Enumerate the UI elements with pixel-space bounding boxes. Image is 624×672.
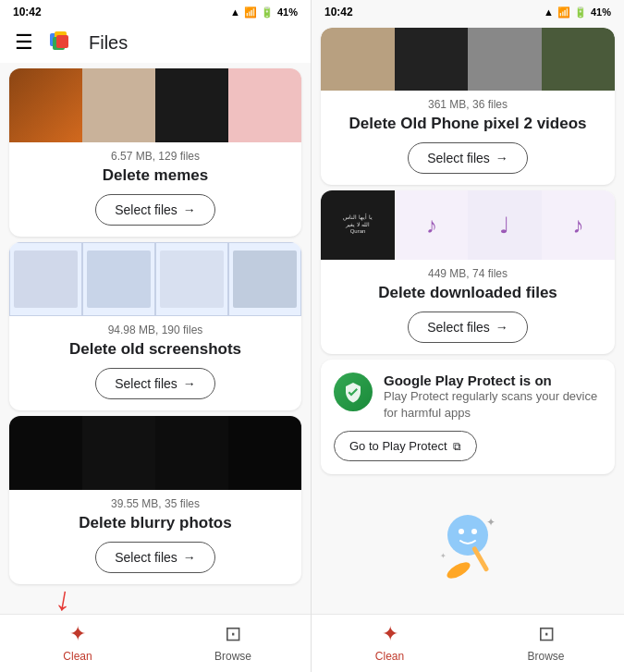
blurry-card: 39.55 MB, 35 files Delete blurry photos … bbox=[9, 416, 301, 584]
screenshots-thumbnails bbox=[9, 242, 301, 316]
pixel-videos-card: 361 MB, 36 files Delete Old Phone pixel … bbox=[321, 28, 615, 185]
pixel-videos-title: Delete Old Phone pixel 2 videos bbox=[334, 115, 602, 133]
blurry-meta: 39.55 MB, 35 files bbox=[22, 497, 288, 510]
ss-thumb-2 bbox=[82, 242, 155, 316]
left-status-time: 10:42 bbox=[13, 6, 42, 18]
blurry-thumbnails bbox=[9, 416, 301, 490]
memes-select-button[interactable]: Select files → bbox=[95, 194, 215, 226]
screenshots-meta: 94.98 MB, 190 files bbox=[22, 324, 288, 336]
pixel-thumb-4 bbox=[542, 28, 616, 91]
blurry-thumb-2 bbox=[82, 416, 155, 490]
memes-card: 6.57 MB, 129 files Delete memes Select f… bbox=[9, 68, 301, 237]
right-battery-pct: 41% bbox=[591, 6, 611, 18]
play-protect-header: Google Play Protect is on Play Protect r… bbox=[334, 373, 602, 422]
arabic-thumb: يا أيها الناس الله لا يغير Quran bbox=[321, 190, 395, 260]
pixel-thumb-1 bbox=[321, 28, 395, 91]
ss-thumb-4 bbox=[228, 242, 301, 316]
app-title: Files bbox=[89, 32, 128, 54]
arrow-right-icon-2: → bbox=[183, 376, 196, 391]
play-protect-button[interactable]: Go to Play Protect ⧉ bbox=[334, 431, 477, 461]
svg-point-4 bbox=[447, 515, 488, 556]
wifi-icon: 📶 bbox=[244, 6, 257, 18]
downloaded-thumbnails: يا أيها الناس الله لا يغير Quran ♪ ♩ ♪ bbox=[321, 190, 615, 260]
left-status-icons: ▲ 📶 🔋 41% bbox=[230, 6, 298, 18]
clean-illustration: ✦ ✦ bbox=[312, 480, 624, 609]
downloaded-card-info: 449 MB, 74 files Delete downloaded files… bbox=[321, 260, 615, 354]
play-protect-card: Google Play Protect is on Play Protect r… bbox=[321, 360, 615, 474]
right-nav-clean[interactable]: ✦ Clean bbox=[312, 622, 468, 663]
downloaded-title: Delete downloaded files bbox=[334, 284, 602, 302]
memes-title: Delete memes bbox=[22, 166, 288, 185]
files-app-icon bbox=[48, 30, 74, 55]
right-status-time: 10:42 bbox=[324, 6, 353, 18]
meme-thumb-3 bbox=[155, 68, 228, 142]
screenshots-card-info: 94.98 MB, 190 files Delete old screensho… bbox=[9, 316, 301, 410]
arrow-right-icon-5: → bbox=[496, 320, 508, 335]
left-status-bar: 10:42 ▲ 📶 🔋 41% bbox=[0, 0, 311, 22]
music-thumb-2: ♩ bbox=[468, 190, 541, 260]
blurry-thumb-1 bbox=[9, 416, 82, 490]
arrow-right-icon-4: → bbox=[496, 151, 508, 165]
blurry-card-info: 39.55 MB, 35 files Delete blurry photos … bbox=[9, 490, 301, 584]
left-bottom-nav: ✦ Clean ⊡ Browse bbox=[0, 614, 311, 672]
pixel-videos-select-button[interactable]: Select files → bbox=[408, 142, 528, 174]
pixel-videos-thumbnails bbox=[321, 28, 615, 91]
external-link-icon: ⧉ bbox=[453, 440, 461, 453]
clean-sparkle-icon: ✦ bbox=[69, 622, 86, 646]
right-browse-icon: ⊡ bbox=[538, 622, 555, 646]
right-bottom-nav: ✦ Clean ⊡ Browse bbox=[312, 614, 624, 672]
blurry-thumb-4 bbox=[228, 416, 301, 490]
right-status-bar: 10:42 ▲ 📶 🔋 41% bbox=[312, 0, 624, 22]
left-app-bar: ☰ Files bbox=[0, 22, 311, 63]
play-protect-title: Google Play Protect is on bbox=[384, 373, 602, 388]
right-phone-panel: 10:42 ▲ 📶 🔋 41% 361 MB, 36 files Delete … bbox=[312, 0, 624, 672]
right-nav-browse[interactable]: ⊡ Browse bbox=[468, 622, 624, 663]
browse-folder-icon: ⊡ bbox=[225, 622, 241, 646]
pixel-videos-meta: 361 MB, 36 files bbox=[334, 98, 602, 111]
memes-meta: 6.57 MB, 129 files bbox=[22, 150, 288, 163]
play-protect-icon bbox=[334, 373, 373, 411]
svg-point-6 bbox=[471, 529, 477, 534]
right-status-icons: ▲ 📶 🔋 41% bbox=[544, 6, 611, 18]
music-thumb-3: ♪ bbox=[542, 190, 615, 260]
left-bottom-nav-wrapper: ↓ ✦ Clean ⊡ Browse bbox=[0, 614, 311, 672]
downloaded-select-button[interactable]: Select files → bbox=[408, 312, 528, 343]
right-scroll-content: 361 MB, 36 files Delete Old Phone pixel … bbox=[312, 22, 624, 614]
downloaded-meta: 449 MB, 74 files bbox=[334, 267, 602, 280]
blurry-select-button[interactable]: Select files → bbox=[95, 542, 215, 573]
right-battery-icon: 🔋 bbox=[574, 6, 587, 18]
left-nav-browse[interactable]: ⊡ Browse bbox=[155, 622, 311, 663]
broom-illustration: ✦ ✦ bbox=[422, 498, 514, 591]
screenshots-select-button[interactable]: Select files → bbox=[95, 368, 215, 399]
ss-thumb-3 bbox=[155, 242, 228, 316]
svg-point-5 bbox=[459, 529, 464, 534]
svg-rect-3 bbox=[56, 35, 68, 48]
downloaded-card: يا أيها الناس الله لا يغير Quran ♪ ♩ ♪ 4… bbox=[321, 190, 615, 354]
signal-icon: ▲ bbox=[230, 6, 240, 18]
ss-thumb-1 bbox=[9, 242, 82, 316]
right-signal-icon: ▲ bbox=[544, 6, 554, 18]
screenshots-card: 94.98 MB, 190 files Delete old screensho… bbox=[9, 242, 301, 410]
svg-text:✦: ✦ bbox=[486, 516, 496, 529]
left-nav-clean[interactable]: ✦ Clean bbox=[0, 622, 155, 663]
svg-text:✦: ✦ bbox=[440, 552, 447, 560]
meme-thumb-4 bbox=[228, 68, 301, 142]
meme-thumb-1 bbox=[9, 68, 82, 142]
pixel-thumb-2 bbox=[395, 28, 469, 91]
blurry-title: Delete blurry photos bbox=[22, 514, 288, 532]
left-phone-panel: 10:42 ▲ 📶 🔋 41% ☰ Files bbox=[0, 0, 312, 672]
right-wifi-icon: 📶 bbox=[557, 6, 570, 18]
play-protect-text: Google Play Protect is on Play Protect r… bbox=[384, 373, 602, 422]
memes-card-info: 6.57 MB, 129 files Delete memes Select f… bbox=[9, 142, 301, 237]
pixel-videos-card-info: 361 MB, 36 files Delete Old Phone pixel … bbox=[321, 91, 615, 185]
arrow-right-icon: → bbox=[183, 202, 196, 217]
meme-thumb-2 bbox=[82, 68, 155, 142]
arrow-right-icon-3: → bbox=[183, 550, 196, 565]
menu-icon[interactable]: ☰ bbox=[15, 31, 33, 55]
memes-thumbnails bbox=[9, 68, 301, 142]
pixel-thumb-3 bbox=[468, 28, 542, 91]
battery-pct: 41% bbox=[277, 6, 298, 18]
left-scroll-content: 6.57 MB, 129 files Delete memes Select f… bbox=[0, 63, 311, 614]
music-thumb-1: ♪ bbox=[395, 190, 468, 260]
play-protect-desc: Play Protect regularly scans your device… bbox=[384, 388, 602, 422]
